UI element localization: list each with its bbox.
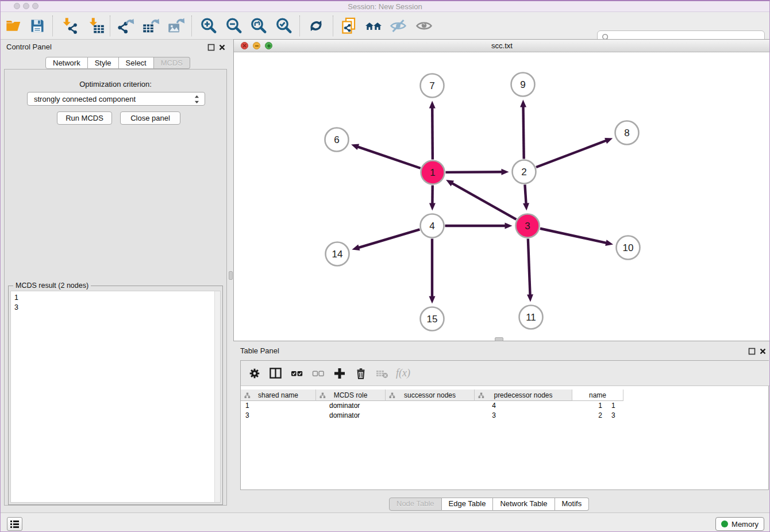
cell-name[interactable]: 3 (607, 411, 667, 421)
tab-node-table[interactable]: Node Table (389, 498, 442, 511)
mcds-result-textarea[interactable]: 1 3 (10, 291, 221, 503)
cell-predecessor-nodes[interactable]: 1 (500, 401, 607, 411)
graph-arrowhead-4-15 (429, 296, 436, 304)
show-all-button[interactable] (414, 16, 434, 36)
column-header-label: successor nodes (404, 391, 456, 399)
close-panel-icon[interactable] (759, 348, 767, 355)
clone-network-button[interactable] (338, 16, 359, 36)
tab-mcds[interactable]: MCDS (154, 57, 190, 69)
cell-mcds-role[interactable]: dominator (325, 411, 403, 421)
tab-select[interactable]: Select (119, 57, 154, 69)
graph-edge-3-10[interactable] (540, 229, 607, 243)
zoom-selected-button[interactable] (274, 16, 294, 36)
tab-motifs[interactable]: Motifs (555, 498, 590, 511)
table-panel: Table Panel (233, 343, 770, 512)
column-header-name[interactable]: name (572, 390, 623, 401)
add-column-button[interactable] (330, 364, 348, 382)
graph-edge-3-1[interactable] (452, 183, 517, 219)
gear-icon (248, 367, 261, 380)
memory-button[interactable]: Memory (715, 517, 764, 531)
sort-hierarchy-icon (319, 392, 326, 399)
select-all-button[interactable] (288, 364, 306, 382)
toolbar-separator (110, 16, 110, 36)
graph-edge-3-11[interactable] (528, 238, 530, 295)
network-window-titlebar[interactable]: scc.txt (234, 40, 770, 52)
optimization-criterion-dropdown[interactable]: strongly connected component (27, 92, 205, 106)
float-panel-icon[interactable] (207, 44, 215, 51)
column-header-shared-name[interactable]: shared name (241, 390, 316, 401)
table-settings-button[interactable] (245, 364, 263, 382)
graph-edge-2-8[interactable] (536, 140, 607, 167)
deselect-all-button[interactable] (309, 364, 327, 382)
hide-selected-button[interactable] (388, 16, 409, 36)
graph-arrowhead-1-2 (501, 169, 509, 175)
column-header-mcds-role[interactable]: MCDS role (316, 390, 386, 401)
cell-successor-nodes[interactable]: 4 (403, 401, 500, 411)
show-panels-button[interactable] (7, 517, 22, 531)
graph-edge-2-3[interactable] (525, 184, 526, 204)
cell-successor-nodes[interactable]: 3 (403, 411, 500, 421)
status-bar: Memory (1, 512, 769, 532)
graph-node-label-3: 3 (525, 221, 530, 232)
column-header-label: name (589, 391, 606, 399)
control-panel-title: Control Panel (6, 43, 52, 51)
zoom-fit-button[interactable] (248, 16, 269, 36)
zoom-out-button[interactable] (224, 16, 244, 36)
network-canvas[interactable]: 7968124314101511 (234, 52, 770, 341)
network-title: scc.txt (234, 41, 770, 50)
column-chooser-button[interactable] (267, 364, 284, 382)
column-header-successor-nodes[interactable]: successor nodes (386, 390, 475, 401)
column-header-predecessor-nodes[interactable]: predecessor nodes (475, 390, 572, 401)
import-network-icon (61, 17, 78, 34)
close-panel-icon[interactable] (218, 44, 226, 51)
export-table-button[interactable] (141, 16, 161, 36)
dropdown-selected-value: strongly connected component (34, 95, 136, 103)
delete-column-button[interactable] (352, 364, 369, 382)
apply-layout-button[interactable] (306, 16, 326, 36)
export-image-button[interactable] (166, 16, 187, 36)
first-neighbors-button[interactable] (363, 16, 384, 36)
close-panel-button[interactable]: Close panel (120, 111, 180, 125)
toolbar-separator (299, 16, 300, 36)
table-body: 1dominator4113dominator323 (241, 401, 768, 421)
tab-network-table[interactable]: Network Table (493, 498, 555, 511)
table-row-2[interactable]: 3dominator323 (241, 411, 768, 421)
result-scrollbar[interactable] (214, 291, 220, 502)
graph-node-label-8: 8 (624, 128, 629, 138)
vertical-splitter-handle[interactable] (229, 271, 233, 280)
import-table-button[interactable] (86, 16, 106, 36)
import-network-button[interactable] (59, 16, 80, 36)
run-mcds-button[interactable]: Run MCDS (57, 111, 112, 125)
trash-icon (355, 367, 367, 380)
graph-arrowhead-3-10 (605, 240, 613, 246)
save-session-button[interactable] (27, 16, 48, 36)
graph-edge-1-7[interactable] (432, 107, 433, 159)
graph-edge-1-2[interactable] (445, 172, 502, 172)
horizontal-splitter-handle[interactable] (495, 337, 503, 341)
delete-table-button[interactable] (373, 364, 391, 382)
chevron-up-down-icon (194, 94, 200, 105)
float-panel-icon[interactable] (748, 348, 756, 355)
cell-shared-name[interactable]: 3 (241, 411, 325, 421)
graph-edge-2-9[interactable] (523, 106, 523, 159)
zoom-in-button[interactable] (198, 16, 219, 36)
network-graph[interactable]: 7968124314101511 (234, 52, 770, 341)
eye-slash-icon (390, 17, 407, 34)
cell-mcds-role[interactable]: dominator (325, 401, 403, 411)
table-row-1[interactable]: 1dominator411 (241, 401, 768, 411)
tab-style[interactable]: Style (88, 57, 119, 69)
cell-name[interactable]: 1 (607, 401, 667, 411)
cell-shared-name[interactable]: 1 (241, 401, 325, 411)
tab-network[interactable]: Network (45, 57, 88, 69)
graph-edge-1-6[interactable] (357, 147, 420, 168)
function-builder-button[interactable]: f(x) (394, 364, 412, 382)
table-panel-tabs: Node TableEdge TableNetwork TableMotifs (389, 498, 589, 511)
graph-edge-4-14[interactable] (358, 229, 419, 248)
export-network-button[interactable] (116, 16, 136, 36)
tab-edge-table[interactable]: Edge Table (442, 498, 494, 511)
optimization-criterion-label: Optimization criterion: (5, 80, 226, 88)
graph-node-label-15: 15 (427, 314, 438, 325)
open-session-button[interactable] (3, 16, 24, 36)
cell-predecessor-nodes[interactable]: 2 (500, 411, 607, 421)
export-network-icon (117, 17, 134, 34)
